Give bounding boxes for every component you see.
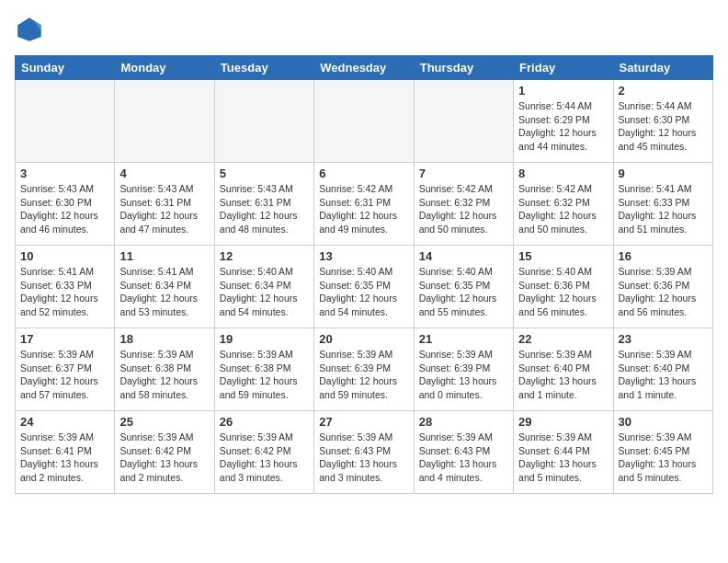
- day-number: 16: [619, 249, 708, 263]
- weekday-header-sunday: Sunday: [16, 56, 115, 80]
- calendar-cell: 2Sunrise: 5:44 AM Sunset: 6:30 PM Daylig…: [613, 80, 712, 163]
- calendar-cell: 20Sunrise: 5:39 AM Sunset: 6:39 PM Dayli…: [314, 328, 414, 411]
- day-number: 30: [619, 415, 708, 429]
- calendar-cell: 22Sunrise: 5:39 AM Sunset: 6:40 PM Dayli…: [514, 328, 613, 411]
- day-number: 11: [119, 249, 209, 263]
- calendar-cell: 19Sunrise: 5:39 AM Sunset: 6:38 PM Dayli…: [214, 328, 313, 411]
- calendar-table: SundayMondayTuesdayWednesdayThursdayFrid…: [15, 55, 713, 494]
- calendar-cell: 11Sunrise: 5:41 AM Sunset: 6:34 PM Dayli…: [115, 246, 214, 328]
- day-info: Sunrise: 5:40 AM Sunset: 6:36 PM Dayligh…: [518, 265, 608, 319]
- day-number: 8: [518, 167, 608, 180]
- day-info: Sunrise: 5:39 AM Sunset: 6:36 PM Dayligh…: [619, 265, 708, 319]
- day-number: 27: [319, 415, 408, 429]
- calendar-cell: 28Sunrise: 5:39 AM Sunset: 6:43 PM Dayli…: [414, 411, 513, 494]
- day-info: Sunrise: 5:43 AM Sunset: 6:31 PM Dayligh…: [220, 182, 309, 236]
- day-number: 23: [619, 332, 708, 346]
- day-info: Sunrise: 5:39 AM Sunset: 6:41 PM Dayligh…: [20, 431, 109, 485]
- calendar-cell: 18Sunrise: 5:39 AM Sunset: 6:38 PM Dayli…: [115, 328, 214, 411]
- day-number: 29: [518, 415, 608, 429]
- calendar-cell: 4Sunrise: 5:43 AM Sunset: 6:31 PM Daylig…: [115, 163, 214, 246]
- day-number: 20: [319, 332, 408, 346]
- day-number: 14: [419, 249, 508, 263]
- calendar-cell: 30Sunrise: 5:39 AM Sunset: 6:45 PM Dayli…: [613, 411, 712, 494]
- day-number: 3: [20, 167, 109, 180]
- day-info: Sunrise: 5:43 AM Sunset: 6:31 PM Dayligh…: [119, 182, 209, 236]
- calendar-cell: 12Sunrise: 5:40 AM Sunset: 6:34 PM Dayli…: [214, 246, 313, 328]
- day-info: Sunrise: 5:39 AM Sunset: 6:40 PM Dayligh…: [619, 348, 708, 402]
- day-info: Sunrise: 5:39 AM Sunset: 6:38 PM Dayligh…: [220, 348, 309, 402]
- day-number: 21: [419, 332, 508, 346]
- day-number: 19: [220, 332, 309, 346]
- day-number: 26: [220, 415, 309, 429]
- calendar-week-row: 24Sunrise: 5:39 AM Sunset: 6:41 PM Dayli…: [16, 411, 713, 494]
- calendar-week-row: 17Sunrise: 5:39 AM Sunset: 6:37 PM Dayli…: [16, 328, 713, 411]
- calendar-cell: 23Sunrise: 5:39 AM Sunset: 6:40 PM Dayli…: [613, 328, 712, 411]
- day-info: Sunrise: 5:42 AM Sunset: 6:32 PM Dayligh…: [419, 182, 508, 236]
- calendar-cell: 27Sunrise: 5:39 AM Sunset: 6:43 PM Dayli…: [314, 411, 414, 494]
- calendar-cell: [16, 80, 115, 163]
- day-info: Sunrise: 5:39 AM Sunset: 6:37 PM Dayligh…: [20, 348, 109, 402]
- day-info: Sunrise: 5:42 AM Sunset: 6:31 PM Dayligh…: [319, 182, 408, 236]
- calendar-cell: 5Sunrise: 5:43 AM Sunset: 6:31 PM Daylig…: [214, 163, 313, 246]
- calendar-cell: 3Sunrise: 5:43 AM Sunset: 6:30 PM Daylig…: [16, 163, 115, 246]
- calendar-cell: 10Sunrise: 5:41 AM Sunset: 6:33 PM Dayli…: [16, 246, 115, 328]
- calendar-cell: 13Sunrise: 5:40 AM Sunset: 6:35 PM Dayli…: [314, 246, 414, 328]
- calendar-cell: 24Sunrise: 5:39 AM Sunset: 6:41 PM Dayli…: [16, 411, 115, 494]
- day-info: Sunrise: 5:40 AM Sunset: 6:35 PM Dayligh…: [319, 265, 408, 319]
- day-number: 18: [119, 332, 209, 346]
- day-info: Sunrise: 5:39 AM Sunset: 6:40 PM Dayligh…: [518, 348, 608, 402]
- calendar-cell: 9Sunrise: 5:41 AM Sunset: 6:33 PM Daylig…: [613, 163, 712, 246]
- logo: [15, 15, 48, 44]
- day-info: Sunrise: 5:44 AM Sunset: 6:29 PM Dayligh…: [518, 99, 608, 154]
- calendar-cell: 6Sunrise: 5:42 AM Sunset: 6:31 PM Daylig…: [314, 163, 414, 246]
- weekday-header-row: SundayMondayTuesdayWednesdayThursdayFrid…: [16, 56, 713, 80]
- day-info: Sunrise: 5:39 AM Sunset: 6:39 PM Dayligh…: [319, 348, 408, 402]
- logo-icon: [15, 15, 44, 44]
- calendar-cell: 1Sunrise: 5:44 AM Sunset: 6:29 PM Daylig…: [514, 80, 613, 163]
- weekday-header-thursday: Thursday: [414, 56, 513, 80]
- day-number: 22: [518, 332, 608, 346]
- day-info: Sunrise: 5:44 AM Sunset: 6:30 PM Dayligh…: [619, 99, 708, 154]
- day-info: Sunrise: 5:41 AM Sunset: 6:33 PM Dayligh…: [619, 182, 708, 236]
- calendar-cell: [115, 80, 214, 163]
- day-info: Sunrise: 5:39 AM Sunset: 6:43 PM Dayligh…: [319, 431, 408, 485]
- day-number: 17: [20, 332, 109, 346]
- calendar-week-row: 1Sunrise: 5:44 AM Sunset: 6:29 PM Daylig…: [16, 80, 713, 163]
- day-info: Sunrise: 5:39 AM Sunset: 6:43 PM Dayligh…: [419, 431, 508, 485]
- weekday-header-monday: Monday: [115, 56, 214, 80]
- day-number: 2: [619, 84, 708, 98]
- calendar-week-row: 10Sunrise: 5:41 AM Sunset: 6:33 PM Dayli…: [16, 246, 713, 328]
- day-number: 1: [518, 84, 608, 98]
- day-number: 10: [20, 249, 109, 263]
- day-info: Sunrise: 5:40 AM Sunset: 6:35 PM Dayligh…: [419, 265, 508, 319]
- weekday-header-tuesday: Tuesday: [214, 56, 313, 80]
- calendar-cell: 15Sunrise: 5:40 AM Sunset: 6:36 PM Dayli…: [514, 246, 613, 328]
- day-number: 28: [419, 415, 508, 429]
- calendar-cell: 17Sunrise: 5:39 AM Sunset: 6:37 PM Dayli…: [16, 328, 115, 411]
- calendar-week-row: 3Sunrise: 5:43 AM Sunset: 6:30 PM Daylig…: [16, 163, 713, 246]
- day-number: 5: [220, 167, 309, 180]
- calendar-cell: 21Sunrise: 5:39 AM Sunset: 6:39 PM Dayli…: [414, 328, 513, 411]
- day-number: 24: [20, 415, 109, 429]
- day-info: Sunrise: 5:39 AM Sunset: 6:39 PM Dayligh…: [419, 348, 508, 402]
- day-info: Sunrise: 5:39 AM Sunset: 6:45 PM Dayligh…: [619, 431, 708, 485]
- calendar-cell: 29Sunrise: 5:39 AM Sunset: 6:44 PM Dayli…: [514, 411, 613, 494]
- calendar-cell: [314, 80, 414, 163]
- weekday-header-friday: Friday: [514, 56, 613, 80]
- day-number: 12: [220, 249, 309, 263]
- day-number: 6: [319, 167, 408, 180]
- day-info: Sunrise: 5:39 AM Sunset: 6:42 PM Dayligh…: [119, 431, 209, 485]
- day-info: Sunrise: 5:42 AM Sunset: 6:32 PM Dayligh…: [518, 182, 608, 236]
- calendar-cell: 7Sunrise: 5:42 AM Sunset: 6:32 PM Daylig…: [414, 163, 513, 246]
- day-info: Sunrise: 5:41 AM Sunset: 6:34 PM Dayligh…: [119, 265, 209, 319]
- calendar-cell: 8Sunrise: 5:42 AM Sunset: 6:32 PM Daylig…: [514, 163, 613, 246]
- day-number: 13: [319, 249, 408, 263]
- calendar-cell: 14Sunrise: 5:40 AM Sunset: 6:35 PM Dayli…: [414, 246, 513, 328]
- calendar-cell: 25Sunrise: 5:39 AM Sunset: 6:42 PM Dayli…: [115, 411, 214, 494]
- day-info: Sunrise: 5:39 AM Sunset: 6:42 PM Dayligh…: [220, 431, 309, 485]
- day-number: 7: [419, 167, 508, 180]
- day-number: 25: [119, 415, 209, 429]
- day-info: Sunrise: 5:39 AM Sunset: 6:38 PM Dayligh…: [119, 348, 209, 402]
- day-info: Sunrise: 5:43 AM Sunset: 6:30 PM Dayligh…: [20, 182, 109, 236]
- page-header: [15, 15, 713, 44]
